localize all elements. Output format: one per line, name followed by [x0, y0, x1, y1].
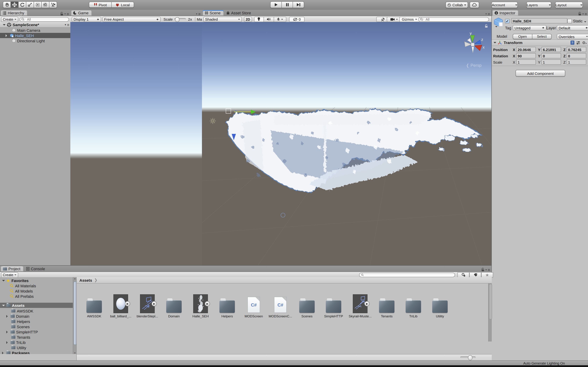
- tree-folder-domain[interactable]: Domain: [0, 314, 73, 319]
- pivot-toggle-button[interactable]: Pivot: [89, 2, 112, 8]
- panel-menu-icon[interactable]: ≡: [198, 12, 200, 16]
- tree-folder-awssdk[interactable]: AWSSDK: [0, 308, 73, 314]
- tree-folder-trilib[interactable]: TriLib: [0, 340, 73, 345]
- hierarchy-item-main-camera[interactable]: Main Camera: [0, 28, 70, 33]
- expand-icon[interactable]: [6, 34, 9, 37]
- display-dropdown[interactable]: Display 1: [72, 17, 101, 22]
- scene-header-row[interactable]: SampleScene* ▾≡: [0, 22, 70, 28]
- favorites-root[interactable]: ★ Favorites: [0, 278, 73, 283]
- tab-game[interactable]: Game: [71, 10, 92, 16]
- gear-menu-icon[interactable]: ⚙▾: [582, 40, 587, 45]
- sun-light-gizmo-icon[interactable]: [210, 118, 216, 124]
- add-component-button[interactable]: Add Component: [516, 70, 565, 76]
- expand-preview-icon[interactable]: [152, 301, 157, 306]
- position-z-field[interactable]: 0.76245: [567, 47, 586, 52]
- rotate-tool-button[interactable]: [18, 1, 26, 8]
- tree-folder-scenes[interactable]: Scenes: [0, 324, 73, 329]
- tab-project[interactable]: Project: [1, 266, 24, 272]
- move-gizmo-x-axis[interactable]: [234, 109, 257, 114]
- 2d-toggle-button[interactable]: 2D: [244, 17, 252, 22]
- expand-preview-icon[interactable]: [364, 301, 370, 306]
- layer-dropdown[interactable]: Default: [557, 25, 588, 30]
- thumbnail-size-knob[interactable]: [468, 355, 473, 360]
- rotation-x-field[interactable]: 90: [516, 53, 536, 58]
- scene-search-input[interactable]: [418, 17, 489, 22]
- panel-caret-icon[interactable]: ▾: [582, 12, 584, 15]
- move-gizmo-z-axis[interactable]: [231, 133, 236, 141]
- effects-dropdown-button[interactable]: [274, 17, 286, 22]
- static-flags-caret[interactable]: [584, 21, 586, 23]
- project-search-input[interactable]: [359, 272, 455, 277]
- favorites-all-models[interactable]: All Models: [0, 288, 73, 294]
- collab-dropdown[interactable]: Collab: [446, 2, 468, 8]
- scene-viewport[interactable]: y z x ❬ Persp: [202, 22, 491, 265]
- tab-inspector[interactable]: i Inspector: [493, 10, 519, 16]
- expand-preview-icon[interactable]: [125, 301, 130, 306]
- scale-slider-knob[interactable]: [175, 17, 180, 22]
- move-tool-button[interactable]: [11, 1, 18, 8]
- layout-dropdown[interactable]: Layout: [555, 2, 583, 8]
- favorites-all-prefabs[interactable]: All Prefabs: [0, 294, 73, 299]
- project-create-button[interactable]: Create: [1, 272, 18, 277]
- scene-orientation-gizmo[interactable]: y z x ❬ Persp: [461, 30, 485, 72]
- foldout-open-icon[interactable]: [3, 24, 6, 27]
- model-open-button[interactable]: Open: [513, 34, 532, 39]
- position-y-field[interactable]: 6.21891: [541, 47, 561, 52]
- search-by-label-button[interactable]: [469, 272, 481, 277]
- active-checkbox[interactable]: ✓: [505, 19, 510, 23]
- tab-scene[interactable]: Scene: [203, 10, 224, 16]
- tree-packages-root[interactable]: Packages: [0, 350, 73, 354]
- hierarchy-search-input[interactable]: [20, 17, 69, 22]
- tree-folder-simplehttp[interactable]: SimpleHTTP: [0, 329, 73, 334]
- scene-lock-icon[interactable]: [485, 24, 488, 28]
- expand-preview-icon[interactable]: [205, 301, 210, 306]
- tab-console[interactable]: Console: [24, 266, 48, 272]
- panel-caret-icon[interactable]: ▾: [64, 12, 66, 15]
- asset-grid-scrollbar[interactable]: [488, 283, 492, 342]
- asset-item[interactable]: Domain: [161, 288, 187, 318]
- asset-item[interactable]: ball_billiard_...: [108, 288, 133, 318]
- panel-caret-icon[interactable]: ▾: [196, 13, 197, 15]
- search-by-type-button[interactable]: [458, 272, 469, 277]
- audio-toggle-button[interactable]: [264, 17, 274, 22]
- hand-tool-button[interactable]: [3, 1, 11, 8]
- maximize-on-play-label-clipped[interactable]: Ma: [197, 17, 202, 21]
- transform-component-header[interactable]: Transform ? ⚙▾: [492, 40, 588, 46]
- panel-caret-icon[interactable]: ▾: [485, 268, 487, 271]
- rotation-z-field[interactable]: 0: [567, 53, 586, 58]
- asset-item[interactable]: Utility: [427, 288, 453, 318]
- asset-item[interactable]: TriLib: [401, 288, 426, 318]
- local-toggle-button[interactable]: Local: [112, 2, 134, 8]
- object-name-field[interactable]: Halle_SEH: [511, 18, 567, 23]
- tab-asset-store[interactable]: Asset Store: [224, 10, 254, 16]
- play-button[interactable]: [270, 1, 282, 8]
- step-button[interactable]: [293, 1, 304, 8]
- assets-root-selected[interactable]: Assets: [0, 303, 76, 308]
- rect-tool-button[interactable]: [34, 1, 42, 8]
- static-checkbox[interactable]: [567, 19, 572, 23]
- lighting-toggle-button[interactable]: [254, 17, 264, 22]
- position-x-field[interactable]: 20.0646: [516, 47, 536, 52]
- scene-visibility-button[interactable]: 0: [289, 17, 304, 22]
- light-probe-gizmo[interactable]: [281, 213, 285, 217]
- overrides-dropdown[interactable]: Overrides: [557, 34, 588, 39]
- asset-item[interactable]: C#MODScreen: [241, 288, 266, 318]
- layers-dropdown[interactable]: Layers: [526, 2, 551, 8]
- cloud-button[interactable]: [470, 2, 479, 8]
- component-foldout-icon[interactable]: [493, 42, 496, 45]
- asset-item[interactable]: Halle_SEH: [188, 288, 213, 318]
- asset-item[interactable]: Tenants: [374, 288, 399, 318]
- tag-dropdown[interactable]: Untagged: [513, 25, 546, 30]
- scale-x-field[interactable]: 1: [516, 59, 536, 65]
- custom-tool-button[interactable]: [49, 1, 57, 8]
- asset-item[interactable]: blenderStepl...: [135, 288, 160, 318]
- shading-mode-dropdown[interactable]: Shaded: [203, 17, 242, 22]
- asset-item[interactable]: Helpers: [215, 288, 240, 318]
- asset-item[interactable]: SimpleHTTP: [321, 288, 346, 318]
- account-dropdown[interactable]: Account: [491, 2, 518, 8]
- search-favorites-button[interactable]: ★: [481, 272, 493, 277]
- tree-folder-utility[interactable]: Utility: [0, 345, 73, 350]
- help-book-icon[interactable]: ?: [571, 41, 574, 45]
- gizmos-dropdown[interactable]: Gizmos: [399, 17, 420, 22]
- panel-menu-icon[interactable]: ≡: [488, 268, 490, 271]
